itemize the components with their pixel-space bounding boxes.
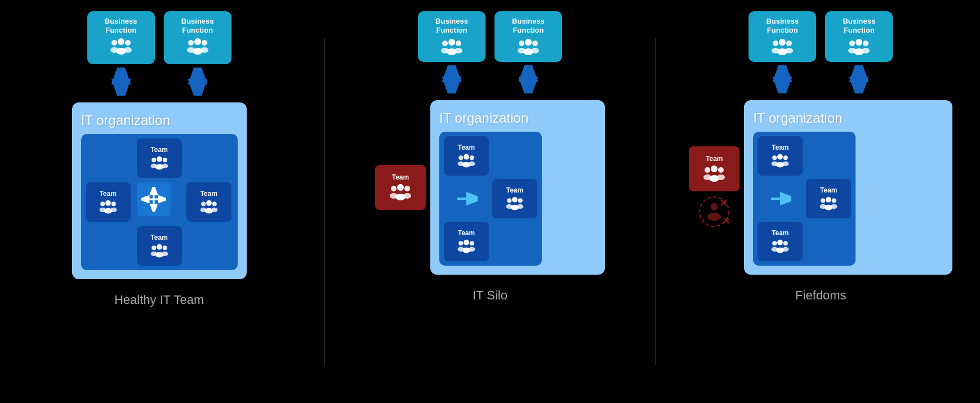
svg-point-65 [397,184,404,191]
svg-point-26 [111,202,115,206]
svg-point-92 [786,41,792,46]
svg-point-48 [456,41,461,46]
healthy-team-right: Team [186,182,231,222]
svg-point-118 [777,154,783,160]
svg-point-45 [162,252,168,256]
healthy-it-org: IT organization Team Team [72,102,247,279]
svg-point-108 [705,167,710,173]
silo-team-top: Team [444,136,489,176]
svg-point-29 [110,208,117,212]
svg-point-52 [519,41,524,46]
svg-point-116 [708,213,721,221]
bf-box-1: Business Function [87,11,155,64]
healthy-top-boxes: Business Function Business Function [87,11,231,64]
svg-point-115 [711,203,718,211]
svg-point-69 [403,193,411,199]
fiefdoms-org-label: IT organization [753,110,842,126]
svg-point-109 [711,165,718,172]
svg-point-127 [832,198,836,203]
bf-icon-1 [109,38,133,59]
svg-point-20 [162,158,167,162]
healthy-team-bottom: Team [137,226,182,266]
fiefdoms-it-org: IT organization Team [744,100,952,275]
silo-team-bottom: Team [444,222,489,261]
svg-point-136 [782,247,789,252]
svg-point-53 [525,39,532,46]
fiefdoms-bf-2: Business Function [825,11,893,62]
fiefdoms-bf-label-2: Business Function [833,17,885,34]
silo-bf-label-2: Business Function [502,17,554,34]
svg-point-57 [531,48,539,53]
silo-bf-2: Business Function [495,11,562,62]
silo-arrows [418,65,562,97]
svg-point-0 [112,40,117,46]
svg-point-90 [773,41,778,46]
silo-arrow-1 [418,65,485,97]
silo-caption: IT Silo [473,288,507,303]
fiefdoms-broken-arrow [758,179,803,218]
svg-point-86 [470,241,474,245]
svg-point-19 [157,156,162,162]
fiefdoms-outer-team-label: Team [706,155,723,163]
svg-point-47 [448,39,455,46]
svg-point-84 [458,241,463,245]
svg-point-97 [856,39,862,46]
svg-point-95 [785,48,793,53]
silo-outer-team: Team [375,165,426,210]
healthy-section: Business Function Business Function [17,11,301,307]
healthy-center-arrows [137,182,171,216]
svg-point-80 [518,198,523,203]
healthy-team-left: Team [86,182,131,222]
svg-point-96 [849,41,855,46]
svg-point-78 [507,198,511,203]
fiefdoms-bf-label-1: Business Function [756,17,808,34]
svg-point-79 [512,197,518,203]
svg-point-75 [469,162,475,166]
svg-point-131 [773,241,777,245]
fiefdoms-team-bottom: Team [758,222,803,261]
svg-point-23 [162,164,168,168]
svg-point-35 [206,200,212,206]
fiefdoms-caption: Fiefdoms [795,288,846,303]
svg-point-85 [464,240,469,245]
silo-outer-team-label: Team [392,173,409,181]
svg-point-42 [162,245,167,250]
silo-section: Business Function Business Function [348,11,632,303]
svg-point-5 [124,47,132,53]
main-container: Business Function Business Function [0,0,980,403]
fiefdoms-top-boxes: Business Function Business Function [749,11,893,62]
svg-point-70 [458,155,463,160]
svg-point-72 [470,155,474,160]
silo-team-right: Team [492,179,537,218]
svg-point-132 [777,240,783,245]
healthy-arrows [87,68,231,99]
silo-it-org: IT organization Team [430,100,605,275]
silo-bf-label-1: Business Function [426,17,478,34]
silo-top-boxes: Business Function Business Function [418,11,562,62]
svg-point-71 [464,154,469,160]
svg-point-126 [826,197,831,203]
fiefdoms-team-cluster: Team [753,132,856,266]
svg-point-40 [152,245,156,250]
silo-org-label: IT organization [439,110,528,126]
svg-point-7 [194,38,201,45]
svg-point-51 [455,48,462,53]
healthy-caption: Healthy IT Team [114,293,204,307]
fiefdoms-team-top: Team [758,136,803,176]
svg-point-36 [212,202,216,206]
fiefdoms-outer-team: Team [689,146,740,191]
svg-point-133 [783,241,788,245]
arrow-down-1 [87,68,155,99]
bf-icon-2 [185,38,210,59]
svg-point-125 [821,198,826,203]
svg-point-83 [517,204,523,209]
svg-point-54 [532,41,538,46]
fiefdoms-bf-1: Business Function [749,11,816,62]
healthy-team-cluster: Team Team [81,134,238,270]
svg-point-11 [201,47,208,53]
svg-point-34 [201,202,206,206]
svg-point-39 [211,208,217,212]
svg-point-110 [718,167,724,173]
fiefdoms-arrow-2 [825,65,893,97]
bf-label-1: Business Function [95,17,147,34]
